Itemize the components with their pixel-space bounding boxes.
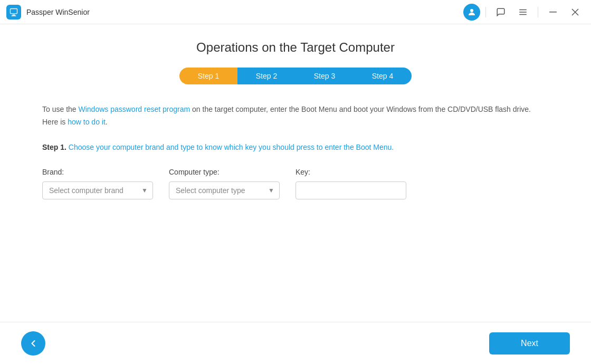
main-content: Operations on the Target Computer Step 1… bbox=[0, 24, 591, 322]
brand-select[interactable]: Select computer brand bbox=[42, 181, 153, 199]
menu-button[interactable] bbox=[513, 4, 532, 21]
computer-type-select[interactable]: Select computer type bbox=[169, 181, 280, 199]
computer-type-group: Computer type: Select computer type ▼ bbox=[169, 168, 280, 199]
description-text: To use the Windows password reset progra… bbox=[42, 103, 549, 129]
step-label: Step 1. bbox=[42, 143, 66, 151]
form-section: Brand: Select computer brand ▼ Computer … bbox=[42, 168, 549, 199]
brand-select-wrapper: Select computer brand ▼ bbox=[42, 181, 153, 199]
close-button[interactable] bbox=[566, 4, 585, 21]
svg-rect-3 bbox=[11, 9, 17, 13]
separator bbox=[485, 7, 486, 17]
back-button[interactable] bbox=[21, 331, 45, 356]
app-icon bbox=[6, 5, 21, 20]
step-text: Choose your computer brand and type to k… bbox=[69, 143, 394, 151]
title-bar-left: Passper WinSenior bbox=[6, 5, 90, 20]
separator2 bbox=[538, 7, 538, 17]
app-title-text: Passper WinSenior bbox=[26, 8, 90, 16]
step-2[interactable]: Step 2 bbox=[237, 68, 296, 84]
step-instruction: Step 1. Choose your computer brand and t… bbox=[42, 141, 549, 153]
title-bar: Passper WinSenior bbox=[0, 0, 591, 24]
computer-type-label: Computer type: bbox=[169, 168, 280, 176]
page-title: Operations on the Target Computer bbox=[42, 40, 549, 55]
key-input[interactable] bbox=[296, 181, 406, 199]
svg-point-4 bbox=[470, 9, 473, 12]
next-button[interactable]: Next bbox=[489, 332, 570, 355]
step-3[interactable]: Step 3 bbox=[296, 68, 354, 84]
computer-type-select-wrapper: Select computer type ▼ bbox=[169, 181, 280, 199]
brand-group: Brand: Select computer brand ▼ bbox=[42, 168, 153, 199]
step-4[interactable]: Step 4 bbox=[354, 68, 412, 84]
title-bar-controls bbox=[463, 4, 585, 21]
svg-rect-1 bbox=[12, 14, 15, 15]
step-bar: Step 1 Step 2 Step 3 Step 4 bbox=[42, 68, 549, 84]
step-1[interactable]: Step 1 bbox=[179, 68, 237, 84]
message-button[interactable] bbox=[491, 4, 510, 21]
svg-rect-2 bbox=[12, 15, 16, 16]
how-to-link[interactable]: how to do it bbox=[68, 118, 106, 126]
link-text: Windows password reset program bbox=[79, 105, 190, 113]
minimize-button[interactable] bbox=[544, 4, 563, 21]
svg-rect-8 bbox=[549, 12, 557, 13]
user-icon-button[interactable] bbox=[463, 4, 480, 21]
key-group: Key: bbox=[296, 168, 406, 199]
brand-label: Brand: bbox=[42, 168, 153, 176]
key-label: Key: bbox=[296, 168, 406, 176]
bottom-bar: Next bbox=[0, 322, 591, 364]
